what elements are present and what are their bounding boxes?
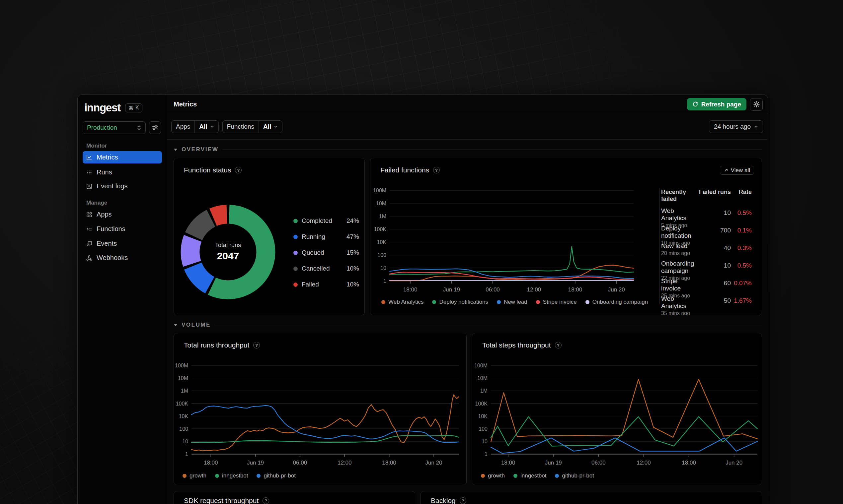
help-icon[interactable]: ?	[262, 497, 269, 504]
svg-text:100M: 100M	[373, 188, 386, 193]
divider	[659, 188, 660, 304]
table-row[interactable]: Deploy notification10 mins ago 700 0.1%	[661, 225, 752, 242]
legend-item: Running47%	[293, 232, 359, 241]
topbar: Metrics Refresh page	[167, 95, 768, 114]
functions-filter[interactable]: Functions All	[222, 120, 283, 133]
svg-text:10M: 10M	[178, 375, 188, 381]
arrow-up-right-icon	[724, 168, 728, 173]
legend-dot	[497, 300, 501, 304]
overview-section-label: OVERVIEW	[182, 146, 218, 153]
legend-dot	[183, 474, 187, 478]
sidebar-item-event-logs[interactable]: Event logs	[83, 180, 162, 192]
legend-dot	[536, 300, 540, 304]
svg-text:06:00: 06:00	[293, 460, 307, 466]
refresh-icon	[692, 102, 698, 107]
overview-section-header[interactable]: OVERVIEW	[174, 146, 762, 153]
svg-text:1: 1	[485, 451, 487, 457]
sidebar-item-label: Functions	[97, 225, 125, 233]
sidebar-item-label: Webhooks	[97, 254, 128, 262]
function-status-donut-chart	[175, 199, 281, 305]
sidebar-item-runs[interactable]: Runs	[83, 166, 162, 178]
legend-item: Stripe invoice	[536, 299, 577, 305]
apps-filter-label: Apps	[172, 121, 194, 133]
functions-filter-label: Functions	[223, 121, 259, 133]
svg-text:12:00: 12:00	[338, 460, 352, 466]
volume-section-header[interactable]: VOLUME	[174, 322, 762, 328]
triangle-down-icon	[174, 148, 177, 151]
svg-text:10: 10	[380, 265, 386, 271]
legend-dot	[293, 283, 298, 287]
legend-dot	[293, 267, 298, 271]
inngest-logo[interactable]: inngest	[84, 102, 120, 114]
sliders-icon	[152, 124, 158, 131]
view-all-label: View all	[731, 167, 750, 174]
svg-text:10K: 10K	[377, 239, 386, 245]
svg-text:10K: 10K	[478, 413, 488, 419]
sdk-request-throughput-card: SDK request throughput ?	[174, 491, 415, 504]
table-row[interactable]: Web Analytics5 mins ago 10 0.5%	[661, 207, 752, 225]
help-icon[interactable]: ?	[433, 167, 440, 174]
svg-text:10K: 10K	[179, 413, 189, 419]
chevron-down-icon	[274, 125, 278, 128]
chevron-down-icon	[754, 125, 758, 128]
backlog-title: Backlog	[431, 497, 456, 504]
legend-item: New lead	[497, 299, 527, 305]
function-status-title: Function status	[184, 166, 231, 174]
table-row[interactable]: Web Analytics35 mins ago 50 1.67%	[661, 295, 752, 313]
filter-bar: Apps All Functions All 24 hours ago	[167, 114, 768, 140]
main-area: Metrics Refresh page	[167, 95, 768, 504]
table-header: Recently failed Failed runs Rate	[661, 189, 752, 203]
settings-button[interactable]	[750, 98, 763, 111]
environment-select[interactable]: Production	[83, 121, 146, 134]
event-logs-icon	[86, 183, 92, 190]
sidebar-item-label: Apps	[97, 211, 112, 218]
help-icon[interactable]: ?	[235, 167, 242, 174]
legend-item: Failed10%	[293, 280, 359, 289]
function-status-legend: Completed24% Running47% Queued15% Cancel…	[293, 217, 359, 296]
help-icon[interactable]: ?	[460, 497, 466, 504]
help-icon[interactable]: ?	[253, 342, 260, 348]
volume-section-label: VOLUME	[182, 322, 211, 328]
sidebar-item-functions[interactable]: Functions	[83, 223, 162, 235]
refresh-page-button[interactable]: Refresh page	[687, 98, 746, 110]
shortcut-key: K	[135, 105, 139, 111]
legend-dot	[585, 300, 589, 304]
sdk-request-throughput-title: SDK request throughput	[184, 497, 259, 504]
sidebar-item-metrics[interactable]: Metrics	[83, 151, 162, 163]
svg-text:06:00: 06:00	[591, 460, 606, 466]
total-runs-legend: growth inngestbot github-pr-bot	[183, 472, 296, 479]
legend-dot	[293, 251, 298, 255]
svg-text:12:00: 12:00	[637, 460, 651, 466]
sidebar-item-label: Metrics	[97, 154, 118, 161]
functions-icon	[86, 226, 92, 232]
sidebar-item-apps[interactable]: Apps	[83, 208, 162, 220]
sidebar-item-label: Event logs	[97, 182, 127, 190]
help-icon[interactable]: ?	[555, 342, 562, 348]
svg-text:100: 100	[377, 252, 386, 258]
command-palette-shortcut[interactable]: ⌘ K	[125, 104, 142, 112]
legend-dot	[555, 474, 559, 478]
apps-filter[interactable]: Apps All	[171, 120, 219, 133]
time-range-select[interactable]: 24 hours ago	[709, 120, 763, 133]
svg-text:Jun 19: Jun 19	[545, 460, 562, 466]
total-steps-throughput-card: Total steps throughput ? 100M10M1M100K10…	[472, 333, 762, 485]
table-row[interactable]: Onboarding campaign22 mins ago 10 0.5%	[661, 260, 752, 277]
svg-text:Jun 20: Jun 20	[725, 460, 742, 466]
table-row[interactable]: New lead20 mins ago 40 0.3%	[661, 242, 752, 260]
total-steps-line-chart: 100M10M1M100K10K10010118:00Jun 1906:0012…	[472, 333, 762, 485]
svg-text:100K: 100K	[475, 401, 488, 407]
view-all-button[interactable]: View all	[720, 166, 754, 175]
legend-dot	[215, 474, 219, 478]
legend-item: Completed24%	[293, 217, 359, 225]
sidebar-item-events[interactable]: Events	[83, 237, 162, 250]
sidebar-item-webhooks[interactable]: Webhooks	[83, 252, 162, 264]
legend-dot	[513, 474, 517, 478]
recently-failed-table: Recently failed Failed runs Rate Web Ana…	[661, 189, 752, 313]
table-row[interactable]: Stripe invoice25 mins ago 60 0.07%	[661, 277, 752, 295]
svg-text:18:00: 18:00	[682, 460, 696, 466]
functions-filter-value: All	[263, 123, 271, 130]
total-runs-line-chart: 100M10M1M100K10K10010118:00Jun 1906:0012…	[174, 333, 467, 485]
svg-text:12:00: 12:00	[527, 287, 541, 293]
legend-item: Onboarding campaign	[585, 299, 648, 305]
environment-filter-button[interactable]	[149, 121, 161, 134]
